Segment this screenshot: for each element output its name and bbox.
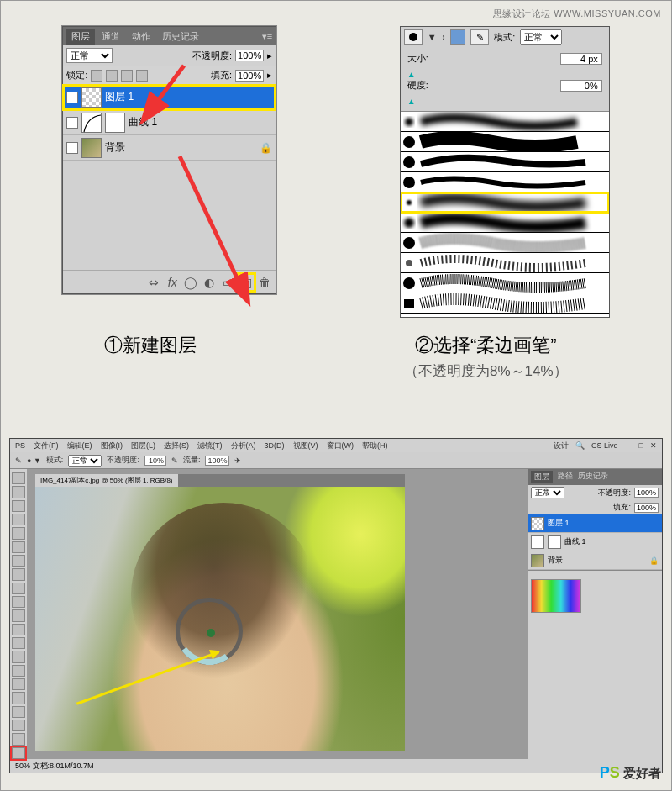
shape-tool-icon[interactable] — [12, 706, 25, 718]
menu-help[interactable]: 帮助(H) — [362, 440, 388, 451]
brush-preset-row[interactable] — [401, 213, 609, 233]
tablet-icon[interactable]: ✎ — [470, 29, 489, 45]
stamp-tool-icon[interactable] — [12, 583, 25, 594]
brush-preset-row-selected[interactable] — [401, 192, 609, 213]
visibility-icon[interactable] — [66, 117, 78, 129]
mask-icon[interactable]: ◯ — [183, 275, 198, 290]
menu-image[interactable]: 图像(I) — [101, 440, 123, 451]
hardness-value[interactable]: 0% — [560, 80, 602, 92]
brush-preset-row[interactable] — [401, 293, 609, 314]
marquee-tool-icon[interactable] — [12, 486, 25, 498]
adjustment-icon[interactable]: ◐ — [202, 275, 217, 290]
fill-value[interactable]: 100% — [235, 70, 264, 82]
color-swatch-icon[interactable] — [12, 747, 25, 759]
eraser-tool-icon[interactable] — [12, 609, 25, 621]
side-opacity-value[interactable]: 100% — [634, 488, 659, 498]
menu-ps[interactable]: PS — [15, 441, 25, 450]
path-tool-icon[interactable] — [12, 692, 25, 704]
trash-icon[interactable]: 🗑 — [257, 275, 272, 290]
new-layer-icon[interactable]: ▣ — [239, 275, 254, 290]
lock-transparent-icon[interactable] — [91, 70, 102, 82]
menu-window[interactable]: 窗口(W) — [327, 440, 354, 451]
menu-select[interactable]: 选择(S) — [164, 440, 189, 451]
hardness-slider-icon[interactable]: ▲ — [407, 97, 602, 106]
visibility-icon[interactable] — [66, 142, 78, 154]
lock-paint-icon[interactable] — [106, 70, 118, 82]
side-layer-row[interactable]: 图层 1 — [528, 514, 662, 533]
layer-row-curves[interactable]: 曲线 1 — [63, 110, 276, 135]
fx-icon[interactable]: fx — [165, 275, 180, 290]
menu-filter[interactable]: 滤镜(T) — [197, 440, 223, 451]
tab-layers[interactable]: 图层 — [531, 471, 553, 483]
type-tool-icon[interactable] — [12, 678, 25, 690]
brush-mode-select[interactable]: 正常 — [520, 29, 562, 45]
link-icon[interactable]: ⇔ — [146, 275, 161, 290]
optbar-mode-select[interactable]: 正常 — [68, 455, 102, 467]
brush-preset-row[interactable] — [401, 233, 609, 253]
opacity-value[interactable]: 100% — [235, 50, 264, 61]
color-ramp-icon[interactable] — [531, 579, 581, 613]
tab-channels[interactable]: 通道 — [97, 29, 125, 45]
canvas-photo[interactable] — [35, 487, 405, 751]
brush-preset-icon[interactable]: ● ▼ — [27, 456, 41, 465]
tablet-opacity-icon[interactable]: ✎ — [171, 456, 178, 465]
brush-preset-row[interactable] — [401, 172, 609, 192]
menu-view[interactable]: 视图(V) — [293, 440, 318, 451]
color-swap-icon[interactable] — [450, 29, 465, 45]
brush-preset-row[interactable] — [401, 273, 609, 293]
brush-preset-row[interactable] — [401, 253, 609, 273]
zoom-tool-icon[interactable] — [12, 733, 25, 745]
gradient-tool-icon[interactable] — [12, 624, 25, 635]
eyedropper-tool-icon[interactable] — [12, 541, 25, 553]
heal-tool-icon[interactable] — [12, 555, 25, 567]
visibility-icon[interactable] — [66, 92, 78, 103]
menu-layer[interactable]: 图层(L) — [131, 440, 155, 451]
optbar-flow-value[interactable]: 100% — [205, 456, 229, 466]
brush-preview-icon[interactable] — [404, 29, 423, 45]
search-icon[interactable]: 🔍 — [575, 441, 585, 450]
window-close-icon[interactable]: ✕ — [650, 441, 657, 450]
lock-all-icon[interactable] — [136, 70, 148, 82]
side-layer-row[interactable]: 曲线 1 — [528, 533, 662, 551]
workspace-design[interactable]: 设计 — [554, 440, 569, 451]
brush-size-icon[interactable]: ↕ — [442, 33, 446, 41]
panel-menu-icon[interactable]: ▾≡ — [262, 31, 272, 42]
menu-3d[interactable]: 3D(D) — [265, 441, 285, 450]
wand-tool-icon[interactable] — [12, 514, 25, 525]
tab-layers[interactable]: 图层 — [66, 29, 95, 45]
side-blend-mode[interactable]: 正常 — [531, 487, 564, 498]
window-minimize-icon[interactable]: — — [625, 441, 633, 450]
airbrush-icon[interactable]: ✈ — [234, 456, 241, 465]
brush-tool-icon[interactable] — [12, 568, 25, 580]
crop-tool-icon[interactable] — [12, 527, 25, 539]
document-tab[interactable]: IMG_4147副本c.jpg @ 50% (图层 1, RGB/8) — [35, 474, 178, 487]
history-brush-tool-icon[interactable] — [12, 596, 25, 608]
blur-tool-icon[interactable] — [12, 637, 25, 649]
menu-edit[interactable]: 编辑(E) — [67, 440, 92, 451]
tab-history[interactable]: 历史记录 — [157, 29, 204, 45]
cslive-label[interactable]: CS Live — [591, 441, 618, 450]
move-tool-icon[interactable] — [12, 472, 25, 484]
pen-tool-icon[interactable] — [12, 665, 25, 677]
dodge-tool-icon[interactable] — [12, 651, 25, 662]
menu-analysis[interactable]: 分析(A) — [231, 440, 256, 451]
hand-tool-icon[interactable] — [12, 720, 25, 731]
tab-history[interactable]: 历史记录 — [578, 471, 608, 483]
fill-caret-icon[interactable]: ▸ — [267, 70, 272, 81]
tab-paths[interactable]: 路径 — [558, 471, 573, 483]
lasso-tool-icon[interactable] — [12, 500, 25, 512]
opacity-caret-icon[interactable]: ▸ — [267, 50, 272, 61]
window-maximize-icon[interactable]: □ — [639, 441, 643, 450]
layer-row-layer1[interactable]: 图层 1 — [63, 85, 276, 110]
brush-preset-row[interactable] — [401, 152, 609, 172]
side-layer-row[interactable]: 背景 🔒 — [528, 551, 662, 570]
blend-mode-select[interactable]: 正常 — [66, 48, 113, 63]
lock-move-icon[interactable] — [121, 70, 133, 82]
brush-preset-row[interactable] — [401, 132, 609, 152]
optbar-opacity-value[interactable]: 10% — [144, 456, 166, 466]
size-slider-icon[interactable]: ▲ — [407, 70, 602, 79]
folder-icon[interactable]: ▭ — [220, 275, 235, 290]
menu-file[interactable]: 文件(F) — [34, 440, 59, 451]
brush-tool-icon[interactable]: ✎ — [15, 456, 22, 465]
side-fill-value[interactable]: 100% — [634, 503, 659, 513]
